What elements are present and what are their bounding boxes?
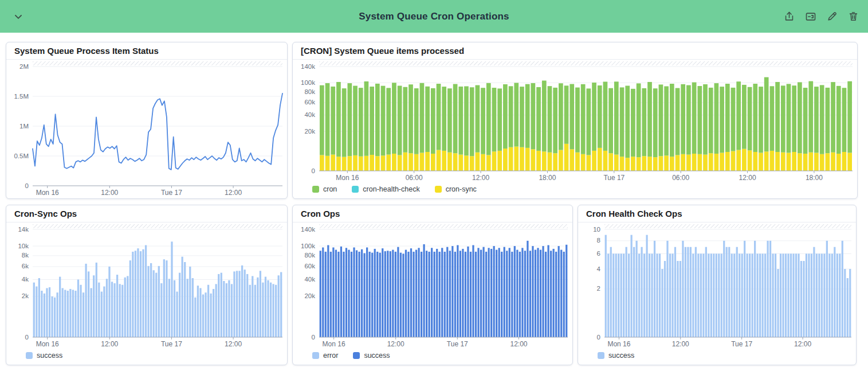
svg-text:140k: 140k (301, 226, 315, 233)
legend-item-cron[interactable]: cron (312, 185, 337, 193)
svg-text:18:00: 18:00 (806, 174, 823, 182)
svg-text:2: 2 (597, 285, 600, 292)
panel-title: Cron-Sync Ops (6, 205, 287, 222)
panel-title: Cron Health Check Ops (578, 205, 856, 222)
svg-text:06:00: 06:00 (406, 174, 423, 182)
legend-item-success[interactable]: success (598, 352, 634, 360)
svg-text:100k: 100k (301, 243, 315, 249)
cron-items-processed-chart[interactable]: 020k40k60k80k100k140kMon 1606:0012:0018:… (293, 60, 857, 183)
svg-text:Tue 17: Tue 17 (161, 189, 182, 197)
svg-text:Tue 17: Tue 17 (603, 174, 625, 182)
edit-button[interactable] (824, 9, 840, 24)
svg-text:12:00: 12:00 (672, 340, 689, 348)
svg-text:80k: 80k (304, 252, 315, 259)
panel-process-item-status: System Queue Process Item Status 00.5M1M… (6, 42, 288, 199)
svg-text:60k: 60k (304, 99, 315, 106)
svg-text:40k: 40k (304, 276, 315, 283)
legend-swatch (435, 186, 442, 193)
svg-text:12:00: 12:00 (225, 340, 242, 348)
panel-title: Cron Ops (293, 205, 572, 222)
svg-text:60k: 60k (304, 263, 315, 270)
svg-text:0: 0 (597, 334, 600, 341)
svg-text:0: 0 (25, 334, 29, 341)
chart-legend: croncron-health-checkcron-sync (293, 183, 857, 198)
svg-text:0: 0 (312, 334, 315, 341)
svg-text:1.5M: 1.5M (14, 93, 29, 100)
legend-item-error[interactable]: error (312, 352, 338, 360)
svg-text:Tue 17: Tue 17 (731, 340, 752, 348)
svg-text:4k: 4k (22, 276, 29, 283)
export-icon (784, 11, 795, 22)
svg-text:Tue 17: Tue 17 (447, 340, 468, 348)
table-icon (805, 11, 816, 22)
dashboard-header: System Queue Cron Operations (0, 0, 868, 33)
svg-text:80k: 80k (304, 88, 315, 95)
legend-swatch (312, 186, 319, 193)
svg-text:Mon 16: Mon 16 (607, 340, 630, 348)
delete-button[interactable] (846, 9, 861, 24)
legend-label: success (364, 352, 390, 360)
cron-sync-ops-chart[interactable]: 02k4k6k8k10k14kMon 1612:00Tue 1712:00 (6, 222, 287, 350)
panel-cron-sync-ops: Cron-Sync Ops 02k4k6k8k10k14kMon 1612:00… (6, 205, 288, 365)
svg-text:8: 8 (597, 237, 600, 244)
legend-item-cron-sync[interactable]: cron-sync (435, 185, 477, 193)
legend-swatch (26, 352, 33, 359)
legend-label: cron-sync (446, 185, 477, 193)
svg-text:Mon 16: Mon 16 (323, 340, 345, 348)
svg-text:12:00: 12:00 (739, 174, 756, 182)
svg-text:06:00: 06:00 (672, 174, 689, 182)
svg-text:2M: 2M (19, 63, 29, 70)
svg-text:12:00: 12:00 (101, 189, 118, 197)
legend-item-success[interactable]: success (26, 352, 62, 360)
process-item-status-chart[interactable]: 00.5M1M1.5M2MMon 1612:00Tue 1712:00 (6, 60, 287, 198)
legend-swatch (312, 352, 319, 359)
collapse-dashboard-button[interactable] (8, 0, 29, 33)
svg-text:6k: 6k (22, 263, 29, 270)
svg-text:0: 0 (25, 182, 29, 189)
svg-text:10: 10 (593, 226, 600, 233)
svg-text:20k: 20k (304, 292, 315, 299)
svg-text:40k: 40k (304, 111, 315, 118)
svg-text:12:00: 12:00 (387, 340, 404, 348)
chart-legend: success (6, 350, 287, 365)
svg-text:12:00: 12:00 (794, 340, 811, 348)
svg-text:140k: 140k (301, 63, 315, 70)
panel-cron-items-processed: [CRON] System Queue items processed 020k… (292, 42, 858, 199)
panel-cron-ops: Cron Ops 020k40k60k80k100k140kMon 1612:0… (292, 205, 573, 365)
svg-text:12:00: 12:00 (510, 340, 527, 348)
legend-label: cron-health-check (363, 185, 419, 193)
legend-label: success (37, 352, 62, 360)
panel-title: [CRON] System Queue items processed (293, 42, 857, 60)
table-view-button[interactable] (803, 9, 819, 25)
svg-text:1M: 1M (19, 123, 29, 130)
svg-text:14k: 14k (18, 226, 29, 233)
svg-text:12:00: 12:00 (225, 189, 242, 197)
panel-cron-health-check-ops: Cron Health Check Ops 0246810Mon 1612:00… (578, 205, 857, 365)
svg-text:100k: 100k (301, 79, 315, 86)
cron-ops-chart[interactable]: 020k40k60k80k100k140kMon 1612:00Tue 1712… (293, 222, 572, 350)
legend-item-cron-health-check[interactable]: cron-health-check (352, 185, 419, 193)
edit-pencil-icon (827, 11, 838, 22)
legend-swatch (352, 186, 359, 193)
chevron-down-icon (13, 11, 24, 22)
dashboard-grid: System Queue Process Item Status 00.5M1M… (0, 33, 868, 371)
svg-text:Tue 17: Tue 17 (161, 340, 182, 348)
legend-label: success (608, 352, 634, 360)
dashboard-title: System Queue Cron Operations (359, 11, 509, 22)
svg-text:Mon 16: Mon 16 (36, 340, 59, 348)
svg-text:2k: 2k (22, 292, 29, 299)
panel-title: System Queue Process Item Status (6, 42, 287, 60)
header-actions (781, 0, 861, 33)
svg-text:Mon 16: Mon 16 (336, 174, 359, 182)
svg-text:20k: 20k (304, 128, 315, 135)
export-button[interactable] (781, 9, 797, 24)
svg-text:12:00: 12:00 (472, 174, 489, 182)
svg-text:Mon 16: Mon 16 (36, 189, 59, 197)
legend-item-success[interactable]: success (353, 352, 390, 360)
svg-text:10k: 10k (18, 243, 29, 249)
legend-label: cron (323, 185, 337, 193)
cron-health-check-ops-chart[interactable]: 0246810Mon 1612:00Tue 1712:00 (578, 222, 856, 350)
svg-text:12:00: 12:00 (101, 340, 118, 348)
chart-legend: success (578, 350, 856, 365)
delete-trash-icon (848, 11, 859, 22)
